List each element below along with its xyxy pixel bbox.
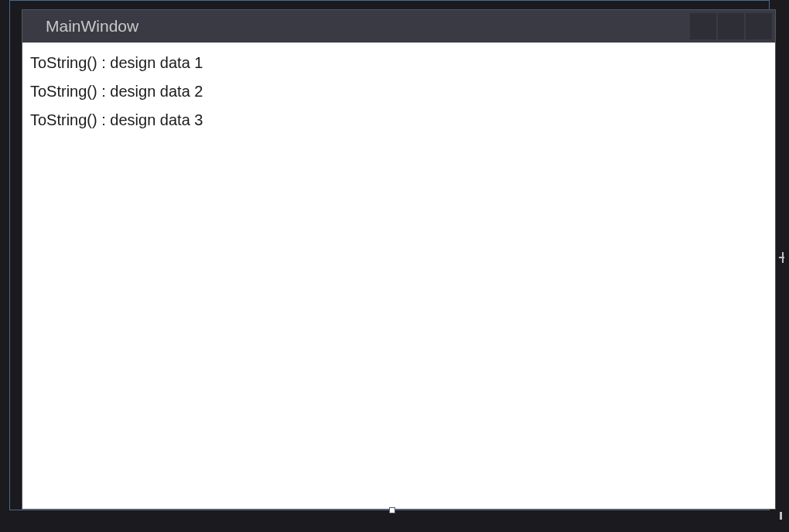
close-button[interactable]: [746, 13, 772, 39]
guide-mark-right-icon: [779, 257, 784, 258]
resize-handle-bottom-right[interactable]: [780, 512, 782, 520]
designer-selection-border: MainWindow ToString() : design data 1 To…: [9, 0, 770, 510]
window-control-buttons: [690, 13, 772, 39]
maximize-button[interactable]: [718, 13, 744, 39]
minimize-button[interactable]: [690, 13, 716, 39]
main-window[interactable]: MainWindow ToString() : design data 1 To…: [22, 9, 776, 510]
window-client-area[interactable]: ToString() : design data 1 ToString() : …: [22, 43, 775, 509]
list-item[interactable]: ToString() : design data 2: [30, 77, 767, 106]
list-item[interactable]: ToString() : design data 1: [30, 49, 767, 77]
list-item[interactable]: ToString() : design data 3: [30, 106, 767, 135]
resize-handle-bottom[interactable]: [389, 507, 395, 513]
title-bar[interactable]: MainWindow: [22, 10, 775, 43]
window-title: MainWindow: [46, 17, 138, 36]
